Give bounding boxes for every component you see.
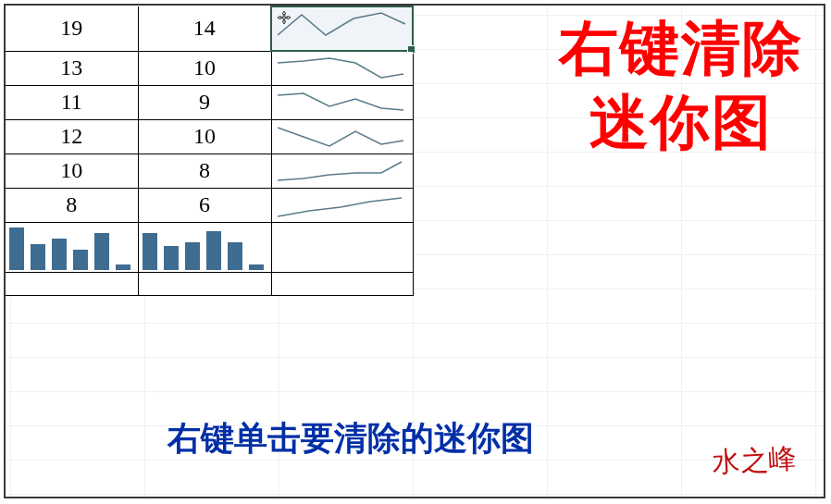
cell-a7-bar-sparkline[interactable] — [6, 222, 138, 272]
cell-c4-sparkline[interactable] — [271, 119, 413, 154]
sparkline-icon — [278, 55, 407, 83]
headline-line2: 迷你图 — [559, 85, 803, 159]
bar — [94, 233, 109, 270]
cell-b4[interactable]: 10 — [138, 119, 271, 154]
sparkline-icon — [278, 192, 407, 220]
table-row: 13 10 — [6, 51, 413, 85]
cell-b6[interactable]: 6 — [138, 188, 271, 222]
sparkline-icon — [278, 11, 407, 46]
cell-b1[interactable]: 14 — [138, 6, 271, 51]
sparkline-icon — [278, 90, 407, 117]
cell-c5-sparkline[interactable] — [271, 154, 413, 188]
bar — [185, 242, 200, 270]
cell-c6-sparkline[interactable] — [271, 188, 413, 222]
bar — [249, 264, 264, 270]
cell-c1-sparkline-selected[interactable] — [271, 6, 413, 51]
cell-b2[interactable]: 10 — [138, 51, 271, 85]
bar — [9, 227, 24, 270]
cell-a2[interactable]: 13 — [6, 51, 138, 85]
bar-sparkline-icon — [139, 223, 271, 272]
instruction-text: 右键单击要清除的迷你图 — [167, 416, 534, 461]
bar-sparkline-icon — [6, 223, 138, 272]
cell-a5[interactable]: 10 — [6, 154, 138, 188]
table-row: 8 6 — [6, 188, 413, 222]
headline-line1: 右键清除 — [559, 11, 803, 85]
bar — [31, 244, 45, 270]
cell-a3[interactable]: 11 — [6, 85, 138, 119]
cell-b5[interactable]: 8 — [138, 154, 271, 188]
cell-empty[interactable] — [6, 272, 138, 295]
bar — [116, 264, 130, 270]
cell-b3[interactable]: 9 — [138, 85, 271, 119]
bar — [206, 231, 221, 270]
signature-text: 水之峰 — [711, 440, 799, 483]
table-row-empty — [6, 272, 413, 295]
cell-c3-sparkline[interactable] — [271, 85, 413, 119]
table-row: 10 8 — [6, 154, 413, 188]
bar — [164, 246, 179, 270]
cell-empty[interactable] — [138, 272, 271, 295]
bar — [228, 242, 242, 270]
bar — [143, 233, 157, 270]
cell-a1[interactable]: 19 — [6, 6, 138, 51]
table-row-bars — [6, 222, 413, 272]
cell-empty[interactable] — [271, 272, 413, 295]
table-row: 11 9 — [6, 85, 413, 119]
table-row: 12 10 — [6, 119, 413, 154]
cell-c2-sparkline[interactable] — [271, 51, 413, 85]
sparkline-icon — [278, 158, 407, 186]
bar — [52, 239, 67, 270]
app-frame: 19 14 13 10 11 9 — [4, 4, 825, 498]
cell-b7-bar-sparkline[interactable] — [138, 222, 271, 272]
table-row: 19 14 — [6, 6, 413, 51]
cell-a6[interactable]: 8 — [6, 188, 138, 222]
headline-text: 右键清除 迷你图 — [559, 11, 803, 159]
sparkline-icon — [278, 124, 407, 152]
cell-c7-empty[interactable] — [271, 222, 413, 272]
bar — [73, 250, 88, 270]
data-table: 19 14 13 10 11 9 — [6, 6, 414, 296]
cell-a4[interactable]: 12 — [6, 119, 138, 154]
